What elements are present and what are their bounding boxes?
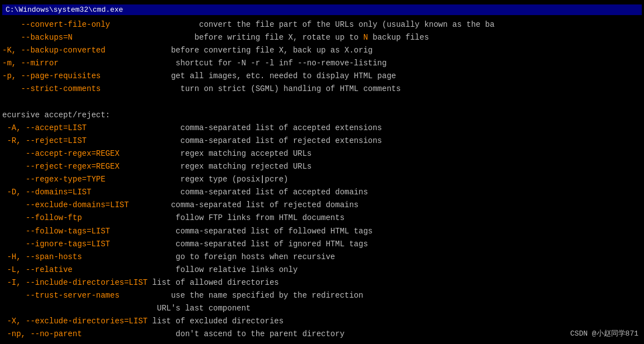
flag-no-parent: -np, --no-parent (2, 328, 82, 341)
desc-follow-tags: comma-separated list of followed HTML ta… (110, 225, 372, 238)
desc-1: convert the file part of the URLs only (… (110, 18, 494, 31)
line-span-hosts: -H, --span-hosts go to foreign hosts whe… (2, 251, 642, 264)
desc-trust-server: use the name specified by the redirectio… (119, 289, 363, 302)
desc-exclude-dirs: list of excluded directories (147, 315, 283, 328)
line-accept-regex: --accept-regex=REGEX regex matching acce… (2, 147, 642, 160)
line-4: -m, --mirror shortcut for -N -r -l inf -… (2, 57, 642, 70)
flag-accept-regex: --accept-regex=REGEX (2, 147, 119, 160)
line-section: ecursive accept/reject: (2, 109, 642, 122)
flag-accept: -A, --accept=LIST (2, 122, 86, 135)
line-empty (2, 96, 642, 109)
desc-reject-regex: regex matching rejected URLs (119, 160, 311, 173)
flag-reject-regex: --reject-regex=REGEX (2, 160, 119, 173)
desc-accept-regex: regex matching accepted URLs (119, 147, 311, 160)
line-2: --backups=N before writing file X, rotat… (2, 31, 642, 44)
title-bar: C:\Windows\system32\cmd.exe (2, 4, 642, 15)
desc-reject: comma-separated list of rejected extensi… (86, 135, 382, 147)
line-include-dirs: -I, --include-directories=LIST list of a… (2, 276, 642, 289)
line-no-parent: -np, --no-parent don't ascend to the par… (2, 328, 642, 341)
line-trust-server: --trust-server-names use the name specif… (2, 289, 642, 302)
line-domains: -D, --domains=LIST comma-separated list … (2, 186, 642, 199)
line-exclude-domains: --exclude-domains=LIST comma-separated l… (2, 199, 642, 212)
flag-exclude-dirs: -X, --exclude-directories=LIST (2, 315, 147, 328)
watermark: CSDN @小赵同学871 (570, 328, 638, 338)
desc-accept: comma-separated list of accepted extensi… (86, 122, 382, 135)
line-relative: -L, --relative follow relative links onl… (2, 264, 642, 276)
line-ignore-tags: --ignore-tags=LIST comma-separated list … (2, 238, 642, 251)
desc-follow-ftp: follow FTP links from HTML documents (82, 212, 344, 224)
flag-relative: -L, --relative (2, 264, 73, 276)
desc-exclude-domains: comma-separated list of rejected domains (129, 199, 359, 212)
flag-include-dirs: -I, --include-directories=LIST (2, 276, 147, 289)
flag-span-hosts: -H, --span-hosts (2, 251, 82, 264)
flag-ignore-tags: --ignore-tags=LIST (2, 238, 110, 251)
flag-trust-server: --trust-server-names (2, 289, 119, 302)
line-reject: -R, --reject=LIST comma-separated list o… (2, 135, 642, 147)
line-follow-tags: --follow-tags=LIST comma-separated list … (2, 225, 642, 238)
desc-4: shortcut for -N -r -l inf --no-remove-li… (59, 57, 387, 70)
line-follow-ftp: --follow-ftp follow FTP links from HTML … (2, 212, 642, 224)
desc-no-parent: don't ascend to the parent directory (82, 328, 344, 341)
desc-include-dirs: list of allowed directories (147, 276, 278, 289)
flag-3: -K, --backup-converted (2, 44, 105, 57)
terminal-content: --convert-file-only convert the file par… (2, 18, 642, 341)
line-reject-regex: --reject-regex=REGEX regex matching reje… (2, 160, 642, 173)
line-url-component: URL's last component (2, 302, 642, 315)
flag-follow-ftp: --follow-ftp (2, 212, 82, 224)
flag-follow-tags: --follow-tags=LIST (2, 225, 110, 238)
desc-domains: comma-separated list of accepted domains (92, 186, 368, 199)
desc-ignore-tags: comma-separated list of ignored HTML tag… (110, 238, 368, 251)
desc-5: get all images, etc. needed to display H… (100, 70, 396, 83)
line-exclude-dirs: -X, --exclude-directories=LIST list of e… (2, 315, 642, 328)
flag-regex-type: --regex-type=TYPE (2, 173, 105, 186)
title-text: C:\Windows\system32\cmd.exe (6, 6, 123, 14)
desc-span-hosts: go to foreign hosts when recursive (82, 251, 335, 264)
desc-regex-type: regex type (posix|pcre) (105, 173, 289, 186)
terminal-window: C:\Windows\system32\cmd.exe --convert-fi… (0, 0, 644, 344)
flag-reject: -R, --reject=LIST (2, 135, 86, 147)
desc-relative: follow relative links only (73, 264, 297, 276)
desc-3: before converting file X, back up as X.o… (105, 44, 373, 57)
desc-2: before writing file X, rotate up to N ba… (73, 31, 429, 44)
line-5: -p, --page-requisites get all images, et… (2, 70, 642, 83)
flag-4: -m, --mirror (2, 57, 59, 70)
flag-exclude-domains: --exclude-domains=LIST (2, 199, 129, 212)
line-6: --strict-comments turn on strict (SGML) … (2, 83, 642, 95)
flag-domains: -D, --domains=LIST (2, 186, 92, 199)
flag-2: --backups=N (2, 31, 73, 44)
line-accept: -A, --accept=LIST comma-separated list o… (2, 122, 642, 135)
flag-5: -p, --page-requisites (2, 70, 100, 83)
desc-url-component: URL's last component (2, 302, 251, 315)
flag-1: --convert-file-only (2, 18, 110, 31)
desc-6: turn on strict (SGML) handling of HTML c… (100, 83, 401, 95)
line-1: --convert-file-only convert the file par… (2, 18, 642, 31)
flag-6: --strict-comments (2, 83, 100, 95)
line-regex-type: --regex-type=TYPE regex type (posix|pcre… (2, 173, 642, 186)
line-3: -K, --backup-converted before converting… (2, 44, 642, 57)
section-header: ecursive accept/reject: (2, 109, 110, 122)
